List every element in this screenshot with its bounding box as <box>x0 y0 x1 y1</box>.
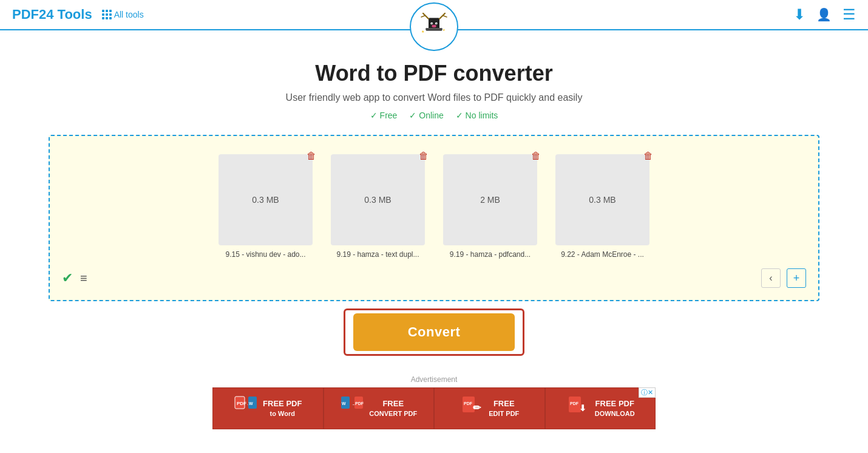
svg-text:⬇: ⬇ <box>579 403 586 413</box>
ad-text-2: FREECONVERT PDF <box>369 399 417 418</box>
svg-text:W: W <box>249 401 253 406</box>
svg-point-9 <box>432 23 433 24</box>
svg-text:✏: ✏ <box>473 403 482 413</box>
convert-wrapper: Convert <box>353 313 515 351</box>
ad-icon-4: PDF ⬇ <box>566 394 590 423</box>
svg-text:PDF: PDF <box>570 401 579 406</box>
list-view-icon[interactable]: ≡ <box>80 271 87 285</box>
delete-file-1-icon[interactable]: 🗑 <box>307 151 316 162</box>
page-subtitle: User friendly web app to convert Word fi… <box>286 92 583 103</box>
main-content: Word to PDF converter User friendly web … <box>0 30 868 429</box>
download-icon[interactable]: ⬇ <box>793 6 805 23</box>
header-actions: ⬇ 👤 ☰ <box>793 6 856 23</box>
delete-file-2-icon[interactable]: 🗑 <box>419 151 429 162</box>
all-tools-label: All tools <box>114 10 144 19</box>
file-name-4: 9.22 - Adam McEnroe - ... <box>561 250 644 259</box>
delete-file-3-icon[interactable]: 🗑 <box>531 151 541 162</box>
svg-line-6 <box>443 15 447 16</box>
ad-tile-2[interactable]: W → PDF FREECONVERT PDF <box>324 387 435 429</box>
ad-banner: ⓘ✕ PDF → W FREE PDFto Word <box>212 387 656 429</box>
ad-text-1: FREE PDFto Word <box>263 399 302 418</box>
add-file-icon[interactable]: + <box>787 268 806 288</box>
svg-text:PDF: PDF <box>355 401 364 406</box>
ad-icon-3: PDF ✏ <box>459 394 484 423</box>
all-tools-link[interactable]: All tools <box>102 10 144 19</box>
dropzone-left-actions: ✔ ≡ <box>62 270 87 286</box>
logo-circle: ★ ★ <box>410 2 458 51</box>
site-logo[interactable]: PDF24 Tools <box>12 7 92 22</box>
svg-text:★: ★ <box>421 29 424 33</box>
file-size-4: 0.3 MB <box>589 195 615 205</box>
file-size-1: 0.3 MB <box>252 195 279 205</box>
site-header: PDF24 Tools All tools <box>0 0 868 30</box>
ad-close-button[interactable]: ⓘ✕ <box>639 387 656 398</box>
svg-point-11 <box>432 24 436 27</box>
file-thumbnail-3: 2 MB <box>443 154 537 245</box>
file-item: 🗑 0.3 MB 9.22 - Adam McEnroe - ... <box>555 154 649 259</box>
file-item: 🗑 0.3 MB 9.19 - hamza - text dupl... <box>331 154 425 259</box>
ad-icon-2: W → PDF <box>340 394 364 423</box>
dropzone-right-actions: ‹ + <box>761 268 806 288</box>
ad-text-3: FREEEDIT PDF <box>489 399 519 418</box>
svg-point-10 <box>436 23 437 24</box>
svg-line-4 <box>421 15 425 16</box>
svg-text:PDF: PDF <box>237 401 246 406</box>
ad-icon-1: PDF → W <box>234 394 258 423</box>
file-thumbnail-2: 0.3 MB <box>331 154 425 245</box>
file-size-3: 2 MB <box>480 195 500 205</box>
file-name-1: 9.15 - vishnu dev - ado... <box>225 250 305 259</box>
ad-tile-1[interactable]: PDF → W FREE PDFto Word <box>212 387 324 429</box>
svg-text:PDF: PDF <box>464 401 473 406</box>
convert-button[interactable]: Convert <box>353 313 515 351</box>
ad-label: Advertisement <box>411 375 458 384</box>
ad-text-4: FREE PDFDOWNLOAD <box>595 399 635 418</box>
menu-icon[interactable]: ☰ <box>843 6 856 23</box>
previous-page-icon[interactable]: ‹ <box>761 268 781 288</box>
delete-file-4-icon[interactable]: 🗑 <box>643 151 653 162</box>
page-title: Word to PDF converter <box>315 61 552 86</box>
security-icon[interactable]: ✔ <box>62 270 73 286</box>
file-thumbnail-1: 0.3 MB <box>219 154 313 245</box>
badge-online: ✓ Online <box>409 111 443 120</box>
file-item: 🗑 0.3 MB 9.15 - vishnu dev - ado... <box>219 154 313 259</box>
moose-icon: ★ ★ <box>416 7 452 47</box>
file-size-2: 0.3 MB <box>364 195 391 205</box>
files-row: 🗑 0.3 MB 9.15 - vishnu dev - ado... 🗑 0.… <box>62 154 806 259</box>
advertisement-section: Advertisement ⓘ✕ PDF → W FREE PDFto Word <box>0 375 868 429</box>
badge-free: ✓ Free <box>370 111 398 120</box>
feature-badges: ✓ Free ✓ Online ✓ No limits <box>370 111 498 120</box>
file-thumbnail-4: 0.3 MB <box>555 154 649 245</box>
dropzone-toolbar: ✔ ≡ ‹ + <box>62 268 806 288</box>
header-logo-center: ★ ★ <box>410 2 458 51</box>
svg-text:★: ★ <box>442 28 446 31</box>
svg-rect-2 <box>426 28 442 30</box>
svg-text:W: W <box>342 401 346 406</box>
file-item: 🗑 2 MB 9.19 - hamza - pdfcand... <box>443 154 537 259</box>
user-icon[interactable]: 👤 <box>816 7 832 22</box>
badge-nolimits: ✓ No limits <box>456 111 498 120</box>
file-name-2: 9.19 - hamza - text dupl... <box>336 250 419 259</box>
file-name-3: 9.19 - hamza - pdfcand... <box>450 250 531 259</box>
ad-tile-3[interactable]: PDF ✏ FREEEDIT PDF <box>434 387 545 429</box>
file-dropzone[interactable]: 🗑 0.3 MB 9.15 - vishnu dev - ado... 🗑 0.… <box>49 135 819 301</box>
grid-icon <box>102 10 112 19</box>
